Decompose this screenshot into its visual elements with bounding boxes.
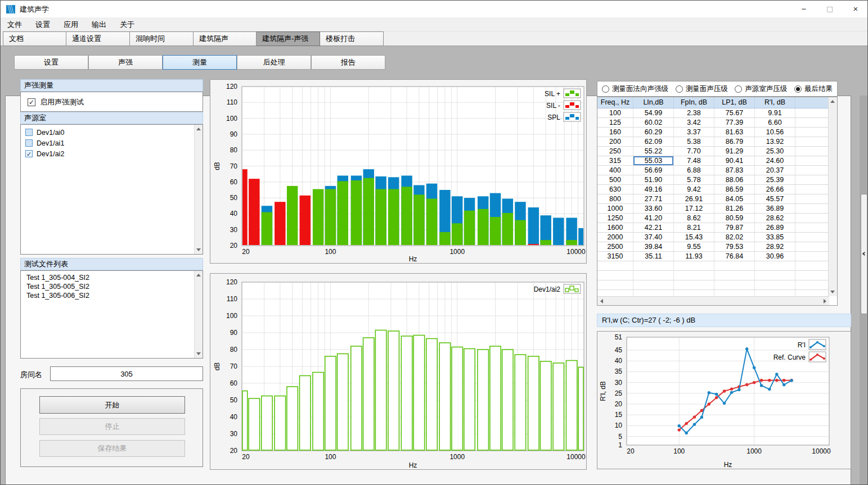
table-cell[interactable]: 315 — [597, 156, 633, 165]
menu-item-4[interactable]: 关于 — [113, 17, 141, 32]
table-cell[interactable]: 250 — [597, 147, 633, 156]
table-cell[interactable] — [795, 166, 829, 175]
table-cell[interactable]: 36.89 — [755, 204, 795, 213]
table-cell[interactable]: 13.92 — [755, 137, 795, 146]
menu-item-1[interactable]: 设置 — [29, 17, 57, 32]
result-radio-3[interactable]: 最后结果 — [794, 84, 833, 94]
table-cell[interactable]: 33.85 — [755, 233, 795, 242]
table-cell[interactable]: 3.42 — [674, 118, 714, 127]
table-cell[interactable]: 9.91 — [755, 108, 795, 117]
table-cell[interactable]: 500 — [597, 175, 633, 184]
main-tab-0[interactable]: 文档 — [3, 31, 66, 46]
table-cell[interactable] — [597, 271, 633, 280]
table-cell[interactable] — [755, 261, 795, 270]
scroll-right-icon[interactable] — [824, 299, 826, 303]
radio-icon[interactable] — [602, 85, 609, 93]
table-horizontal-scrollbar[interactable] — [597, 296, 829, 305]
table-cell[interactable] — [795, 156, 829, 165]
table-cell[interactable] — [795, 118, 829, 127]
table-vertical-scrollbar[interactable] — [828, 97, 837, 296]
main-tab-3[interactable]: 建筑隔声 — [194, 31, 257, 46]
table-cell[interactable] — [674, 261, 714, 270]
channel-list-item[interactable]: Dev1/ai0 — [21, 127, 203, 138]
table-cell[interactable]: 2.38 — [674, 108, 714, 117]
table-cell[interactable] — [633, 290, 674, 296]
table-cell[interactable]: 56.69 — [633, 166, 674, 175]
sub-tab-4[interactable]: 报告 — [311, 55, 385, 70]
scroll-up-icon[interactable] — [830, 100, 835, 103]
table-cell[interactable]: 200 — [597, 137, 633, 146]
table-cell[interactable] — [795, 271, 829, 280]
main-tab-4[interactable]: 建筑隔声-声强 — [257, 31, 320, 46]
channel-checkbox[interactable] — [25, 139, 33, 147]
menu-item-2[interactable]: 应用 — [57, 17, 85, 32]
table-cell[interactable]: 5.38 — [674, 137, 714, 146]
channel-list-item[interactable]: Dev1/ai2 — [21, 148, 203, 159]
table-cell[interactable] — [714, 290, 755, 296]
radio-icon[interactable] — [794, 85, 802, 93]
table-header-cell[interactable]: R'I, dB — [755, 97, 795, 108]
table-cell[interactable]: 86.79 — [714, 137, 755, 146]
scroll-down-icon[interactable] — [196, 352, 201, 355]
table-cell[interactable]: 9.42 — [674, 185, 714, 194]
table-cell[interactable]: 7.48 — [674, 156, 714, 165]
table-cell[interactable] — [633, 271, 674, 280]
table-cell[interactable]: 79.87 — [714, 223, 755, 232]
table-cell[interactable]: 75.67 — [714, 108, 755, 117]
table-cell[interactable]: 35.11 — [633, 252, 674, 261]
scroll-up-icon[interactable] — [196, 274, 201, 277]
table-cell[interactable]: 86.59 — [714, 185, 755, 194]
table-cell[interactable] — [795, 261, 829, 270]
table-cell[interactable]: 91.29 — [714, 147, 755, 156]
table-cell[interactable] — [795, 108, 829, 117]
collapse-panel-button[interactable] — [861, 194, 867, 314]
table-cell[interactable]: 90.41 — [714, 156, 755, 165]
result-radio-2[interactable]: 声源室声压级 — [735, 84, 787, 94]
menu-item-3[interactable]: 输出 — [85, 17, 113, 32]
table-cell[interactable] — [795, 194, 829, 203]
table-cell[interactable]: 87.83 — [714, 166, 755, 175]
table-cell[interactable] — [795, 175, 829, 184]
save-result-button[interactable]: 保存结果 — [39, 440, 185, 457]
start-button[interactable]: 开始 — [39, 396, 185, 414]
test-file-item[interactable]: Test 1_305-006_SI2 — [21, 291, 203, 300]
table-cell[interactable]: 8.62 — [674, 214, 714, 223]
channel-list-item[interactable]: Dev1/ai1 — [21, 138, 203, 148]
table-cell[interactable]: 84.05 — [714, 194, 755, 203]
channel-list-scrollbar[interactable] — [194, 125, 203, 254]
table-cell[interactable]: 100 — [597, 108, 633, 117]
table-cell[interactable]: 62.09 — [633, 137, 674, 146]
result-radio-1[interactable]: 测量面声压级 — [676, 84, 728, 94]
scroll-down-icon[interactable] — [196, 248, 201, 251]
table-cell[interactable]: 45.57 — [755, 194, 795, 203]
table-cell[interactable]: 60.29 — [633, 128, 674, 137]
table-cell[interactable]: 80.59 — [714, 214, 755, 223]
table-cell[interactable]: 25.30 — [755, 147, 795, 156]
table-cell[interactable]: 6.60 — [755, 118, 795, 127]
table-cell[interactable] — [795, 223, 829, 232]
table-cell[interactable]: 160 — [597, 128, 633, 137]
table-cell[interactable]: 3.37 — [674, 128, 714, 137]
table-cell[interactable] — [795, 147, 829, 156]
table-cell[interactable] — [755, 280, 795, 289]
table-cell[interactable]: 17.12 — [674, 204, 714, 213]
table-cell[interactable]: 800 — [597, 194, 633, 203]
menu-item-0[interactable]: 文件 — [1, 17, 29, 32]
table-cell[interactable]: 11.93 — [674, 252, 714, 261]
minimize-button[interactable]: − — [791, 1, 817, 17]
table-cell[interactable]: 76.84 — [714, 252, 755, 261]
table-cell[interactable]: 81.63 — [714, 128, 755, 137]
table-cell[interactable]: 88.06 — [714, 175, 755, 184]
table-cell[interactable] — [795, 214, 829, 223]
table-cell[interactable]: 60.02 — [633, 118, 674, 127]
table-cell[interactable]: 81.26 — [714, 204, 755, 213]
table-cell[interactable]: 24.60 — [755, 156, 795, 165]
table-cell[interactable]: 49.16 — [633, 185, 674, 194]
channel-checkbox[interactable] — [25, 150, 33, 157]
table-cell[interactable]: 9.55 — [674, 242, 714, 251]
table-cell[interactable] — [597, 290, 633, 296]
table-cell[interactable]: 55.03 — [633, 156, 674, 165]
stop-button[interactable]: 停止 — [39, 418, 185, 435]
table-cell[interactable] — [755, 271, 795, 280]
table-cell[interactable] — [674, 271, 714, 280]
